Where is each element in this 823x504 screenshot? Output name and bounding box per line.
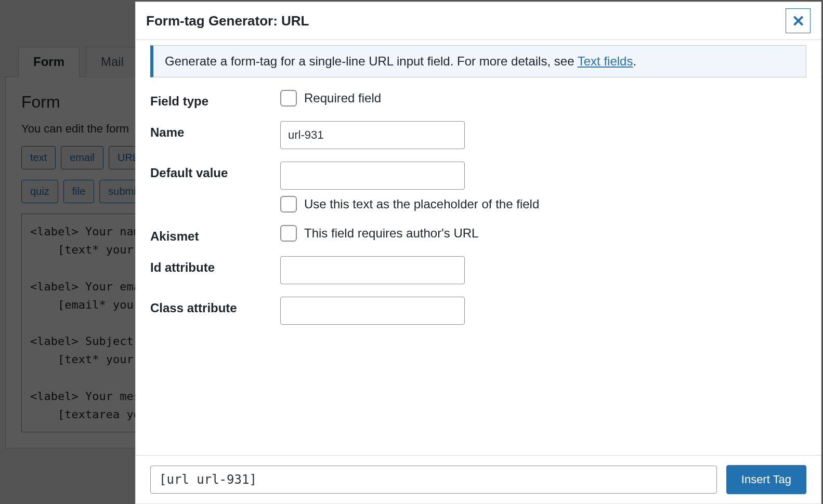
form-tag-generator-modal: Form-tag Generator: URL ✕ Generate a for… — [135, 2, 821, 504]
modal-footer: Insert Tag — [136, 455, 821, 503]
default-value-input[interactable] — [280, 162, 465, 190]
insert-tag-button[interactable]: Insert Tag — [726, 465, 806, 494]
label-name: Name — [150, 121, 280, 140]
placeholder-checkbox-row: Use this text as the placeholder of the … — [280, 196, 806, 213]
info-text-post: . — [633, 54, 636, 68]
required-checkbox-row: Required field — [280, 90, 806, 107]
info-text-pre: Generate a form-tag for a single-line UR… — [165, 54, 578, 68]
akismet-checkbox-label: This field requires author's URL — [304, 226, 478, 241]
row-default-value: Default value Use this text as the place… — [150, 162, 806, 213]
label-field-type: Field type — [150, 90, 280, 109]
row-name: Name — [150, 121, 806, 149]
modal-body: Generate a form-tag for a single-line UR… — [136, 40, 821, 455]
info-banner: Generate a form-tag for a single-line UR… — [150, 45, 806, 77]
close-button[interactable]: ✕ — [786, 8, 811, 33]
required-checkbox[interactable] — [280, 90, 297, 107]
id-attr-input[interactable] — [280, 256, 465, 284]
tag-output[interactable] — [150, 466, 717, 494]
akismet-checkbox[interactable] — [280, 225, 297, 242]
modal-header: Form-tag Generator: URL ✕ — [136, 2, 821, 40]
row-field-type: Field type Required field — [150, 90, 806, 109]
akismet-checkbox-row: This field requires author's URL — [280, 225, 806, 242]
row-akismet: Akismet This field requires author's URL — [150, 225, 806, 244]
close-icon: ✕ — [792, 12, 805, 30]
info-link[interactable]: Text fields — [578, 54, 633, 68]
placeholder-checkbox-label: Use this text as the placeholder of the … — [304, 197, 539, 211]
label-class-attr: Class attribute — [150, 297, 280, 315]
row-class-attr: Class attribute — [150, 297, 806, 325]
name-input[interactable] — [280, 121, 465, 149]
placeholder-checkbox[interactable] — [280, 196, 297, 213]
required-checkbox-label: Required field — [304, 91, 381, 105]
label-akismet: Akismet — [150, 225, 280, 244]
class-attr-input[interactable] — [280, 297, 465, 325]
form-grid: Field type Required field Name Default v… — [150, 90, 806, 325]
modal-title: Form-tag Generator: URL — [146, 13, 309, 29]
row-id-attr: Id attribute — [150, 256, 806, 284]
label-id-attr: Id attribute — [150, 256, 280, 275]
label-default-value: Default value — [150, 162, 280, 180]
